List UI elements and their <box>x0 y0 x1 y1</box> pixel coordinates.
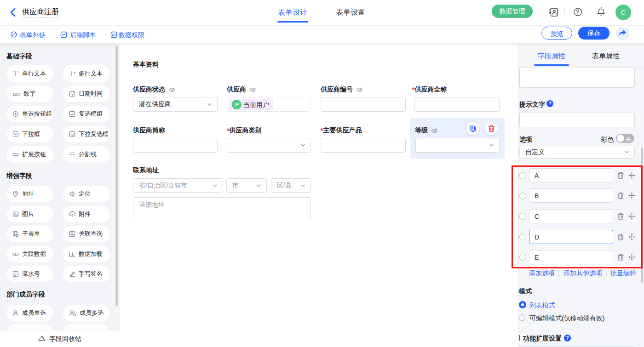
svg-text:123: 123 <box>12 91 20 97</box>
